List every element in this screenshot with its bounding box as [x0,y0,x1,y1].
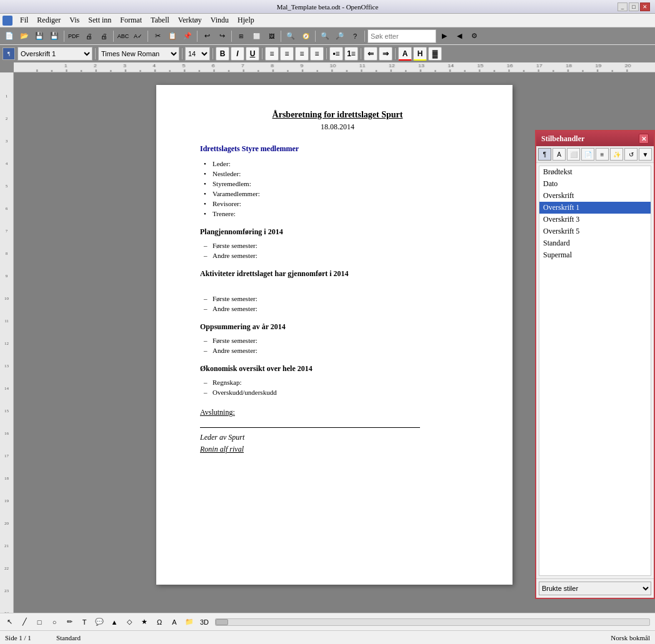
autocorr-btn[interactable]: A✓ [131,29,145,43]
copy-btn[interactable]: 📋 [166,29,179,43]
maximize-btn[interactable]: □ [629,2,639,11]
sp-options-btn[interactable]: ▼ [639,148,652,161]
align-left-btn[interactable]: ≡ [265,47,279,61]
style-item-dato[interactable]: Dato [539,178,651,190]
align-justify-btn[interactable]: ≡ [310,47,324,61]
font-name-select[interactable]: Times New Roman [98,47,179,61]
cut-btn[interactable]: ✂ [151,29,164,43]
style-panel-close-btn[interactable]: ✕ [639,134,649,144]
scroll-track[interactable] [215,618,650,626]
undo-btn[interactable]: ↩ [200,29,214,43]
sp-para-styles-btn[interactable]: ¶ [538,148,551,161]
paragraph-style-select[interactable]: Overskrift 1 Brødtekst Standard [18,47,92,61]
list-item: Overskudd/underskudd [212,389,475,396]
select-tool-btn[interactable]: ↖ [2,615,16,629]
font-size-select[interactable]: 14 12 10 [185,47,210,61]
find-btn[interactable]: 🔍 [284,29,298,43]
search-go-btn[interactable]: ▶ [438,29,451,43]
from-file-btn[interactable]: 📁 [182,615,196,629]
insert-frame-btn[interactable]: ⬜ [249,29,263,43]
print2-btn[interactable]: 🖨 [97,29,111,43]
sp-frame-styles-btn[interactable]: ⬜ [567,148,580,161]
help-btn[interactable]: ? [348,29,362,43]
sp-list-styles-btn[interactable]: ≡ [596,148,609,161]
list-item: Første semester: [212,337,475,344]
list-item: Regnskap: [212,379,475,386]
bgcolor-btn[interactable]: ▓ [428,47,442,61]
bottom-toolbar: ↖ ╱ □ ○ ✏ T 💬 ▲ ◇ ★ Ω A 📁 3D [0,613,655,630]
sp-new-style-btn[interactable]: ✨ [610,148,623,161]
menu-rediger[interactable]: Rediger [33,14,64,26]
pdf-btn[interactable]: PDF [67,29,81,43]
style-item-brodtekst[interactable]: Brødtekst [539,166,651,178]
style-item-supermal[interactable]: Supermal [539,249,651,261]
scroll-thumb[interactable] [216,619,228,625]
menu-verktoy[interactable]: Verktøy [174,14,206,26]
close-btn[interactable]: ✕ [640,2,650,11]
outdent-btn[interactable]: ⇐ [364,47,378,61]
indent-btn[interactable]: ⇒ [379,47,392,61]
sp-char-styles-btn[interactable]: A [552,148,566,161]
menu-bar: Fil Rediger Vis Sett inn Format Tabell V… [0,14,655,27]
style-item-overskrift[interactable]: Overskrift [539,190,651,202]
underline-btn[interactable]: U [246,47,259,61]
style-item-overskrift3[interactable]: Overskrift 3 [539,214,651,225]
style-item-standard[interactable]: Standard [539,237,651,249]
menu-fil[interactable]: Fil [16,14,32,26]
document-date: 18.08.2014 [200,122,475,132]
search-back-btn[interactable]: ◀ [452,29,466,43]
special-chars-btn[interactable]: Ω [152,615,166,629]
style-filter-dropdown[interactable]: Brukte stiler Alle stiler [539,582,651,595]
title-bar-text: Mal_Template beta.odt - OpenOffice [0,3,655,11]
menu-vindu[interactable]: Vindu [207,14,232,26]
spellcheck-btn[interactable]: ABC [116,29,130,43]
basic-shapes-btn[interactable]: ▲ [108,615,121,629]
navigator-btn[interactable]: 🧭 [299,29,312,43]
paste-btn[interactable]: 📌 [181,29,194,43]
menu-format[interactable]: Format [116,14,146,26]
insert-table-btn[interactable]: ⊞ [234,29,248,43]
minimize-btn[interactable]: _ [618,2,628,11]
align-center-btn[interactable]: ≡ [280,47,294,61]
style-list[interactable]: Brødtekst Dato Overskrift Overskrift 1 O… [539,166,651,576]
zoom-in-btn[interactable]: 🔎 [333,29,347,43]
open-btn[interactable]: 📂 [18,29,31,43]
signature1: Leder av Spurt [200,433,475,442]
bullets-btn[interactable]: •≡ [329,47,343,61]
insert-graphics-btn[interactable]: 🖼 [264,29,278,43]
callout-tool-btn[interactable]: 💬 [92,615,106,629]
menu-vis[interactable]: Vis [66,14,83,26]
toolbar1: 📄 📂 💾 💾 PDF 🖨 🖨 ABC A✓ ✂ 📋 📌 ↩ ↪ ⊞ ⬜ 🖼 🔍… [0,27,655,45]
ellipse-tool-btn[interactable]: ○ [48,615,61,629]
save2-btn[interactable]: 💾 [48,29,61,43]
fontwork-btn[interactable]: A [168,615,181,629]
print-btn[interactable]: 🖨 [82,29,96,43]
sp-page-styles-btn[interactable]: 📄 [581,148,594,161]
highlight-btn[interactable]: H [413,47,427,61]
stars-btn[interactable]: ★ [138,615,151,629]
menu-sett-inn[interactable]: Sett inn [84,14,115,26]
freehand-tool-btn[interactable]: ✏ [62,615,76,629]
search-options-btn[interactable]: ⚙ [468,29,481,43]
style-item-overskrift1[interactable]: Overskrift 1 [539,202,651,214]
style-item-overskrift5[interactable]: Overskrift 5 [539,225,651,237]
text-tool-btn[interactable]: T [78,615,91,629]
fontcolor-btn[interactable]: A [398,47,412,61]
extrude-btn[interactable]: 3D [198,615,211,629]
new-btn[interactable]: 📄 [2,29,16,43]
align-right-btn[interactable]: ≡ [295,47,309,61]
bold-btn[interactable]: B [216,47,229,61]
menu-tabell[interactable]: Tabell [147,14,173,26]
zoom-out-btn[interactable]: 🔍 [318,29,332,43]
menu-hjelp[interactable]: Hjelp [234,14,258,26]
numbering-btn[interactable]: 1≡ [344,47,358,61]
sp-update-style-btn[interactable]: ↺ [624,148,638,161]
rect-tool-btn[interactable]: □ [32,615,46,629]
search-input[interactable] [368,29,436,43]
line-tool-btn[interactable]: ╱ [18,615,31,629]
save-btn[interactable]: 💾 [32,29,46,43]
redo-btn[interactable]: ↪ [215,29,229,43]
flowchart-btn[interactable]: ◇ [122,615,136,629]
section3-heading: Aktiviteter idrettslaget har gjennomført… [200,269,475,279]
italic-btn[interactable]: I [231,47,244,61]
